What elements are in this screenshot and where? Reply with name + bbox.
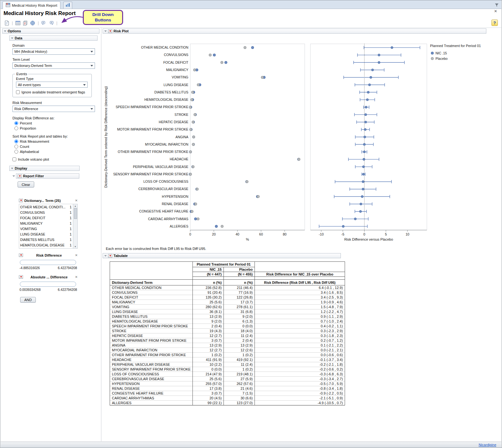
filter-term-item[interactable]: OTHER MEDICAL CONDITI...1 <box>19 204 73 210</box>
options-header[interactable]: Options <box>2 28 99 34</box>
radio-percent-input[interactable] <box>14 121 18 125</box>
radio-percent[interactable]: Percent <box>14 121 100 125</box>
risk-diff-point[interactable] <box>363 151 365 153</box>
placebo-point[interactable] <box>246 180 248 183</box>
volcano-checkbox[interactable] <box>12 157 16 161</box>
filter-funnel-icon[interactable] <box>495 3 499 8</box>
filter-term-item[interactable]: DIABETES MELLITUS1 <box>19 237 73 242</box>
comment-icon[interactable] <box>41 20 47 26</box>
risk-diff-point[interactable] <box>362 166 365 168</box>
globe-icon[interactable] <box>29 20 36 26</box>
placebo-point[interactable] <box>191 99 193 101</box>
risk-diff-point[interactable] <box>391 46 393 49</box>
risk-diff-point[interactable] <box>367 91 369 93</box>
scroll-down-icon[interactable]: ▼ <box>74 245 76 248</box>
radio-alphabetical[interactable]: Alphabetical <box>14 150 100 154</box>
risk-diff-point[interactable] <box>364 136 366 138</box>
filter-term-item[interactable]: LUNG DISEASE1 <box>19 231 73 237</box>
placebo-point[interactable] <box>192 136 195 138</box>
comment-reply-icon[interactable] <box>48 20 54 26</box>
red-triangle-icon[interactable] <box>19 199 23 202</box>
risk-diff-point[interactable] <box>359 210 362 212</box>
filter-term-item[interactable]: HEMATOLOGICAL DISEASE1 <box>19 242 73 248</box>
risk-difference-range-slider[interactable] <box>20 260 76 265</box>
filter-term-item[interactable]: CONVULSIONS1 <box>19 210 73 215</box>
red-triangle-icon[interactable] <box>108 254 112 258</box>
placebo-point[interactable] <box>197 218 199 220</box>
nic-point[interactable] <box>194 218 197 220</box>
risk-diff-point[interactable] <box>368 84 371 86</box>
nicardipine-link[interactable]: Nicardipine <box>479 443 496 447</box>
collapse-triangle-icon[interactable] <box>104 255 107 257</box>
nic-point[interactable] <box>251 46 254 49</box>
placebo-point[interactable] <box>192 121 194 123</box>
placebo-point[interactable] <box>221 61 223 64</box>
radio-proportion-input[interactable] <box>14 126 18 130</box>
placebo-point[interactable] <box>191 210 193 213</box>
placebo-point[interactable] <box>298 158 300 161</box>
duplicate-report-icon[interactable] <box>22 20 28 26</box>
placebo-point[interactable] <box>191 91 194 93</box>
risk-diff-point[interactable] <box>372 69 374 71</box>
term-filter-scrollbar[interactable]: ▲ ▼ <box>73 204 77 248</box>
radio-risk-measurement[interactable]: Risk Measurement <box>14 140 100 143</box>
placebo-point[interactable] <box>196 188 199 190</box>
red-triangle-icon[interactable] <box>19 253 23 257</box>
red-triangle-icon[interactable] <box>108 29 112 33</box>
placebo-point[interactable] <box>193 68 196 71</box>
placebo-point[interactable] <box>257 195 260 198</box>
data-header[interactable]: Data <box>9 36 98 41</box>
close-icon[interactable]: ✕ <box>75 275 78 279</box>
help-button[interactable]: ? <box>491 20 498 26</box>
placebo-point[interactable] <box>194 113 196 116</box>
risk-diff-point[interactable] <box>366 99 368 101</box>
placebo-point[interactable] <box>261 76 264 79</box>
volcano-row[interactable]: Include volcano plot <box>12 157 100 161</box>
placebo-point[interactable] <box>244 46 246 49</box>
tabulate-header[interactable]: Tabulate <box>103 253 341 258</box>
absolute-difference-filter-header[interactable]: Absolute ... Difference ✕ <box>19 274 78 280</box>
risk-diff-point[interactable] <box>342 225 344 228</box>
placebo-point[interactable] <box>197 84 200 86</box>
radio-proportion[interactable]: Proportion <box>14 126 100 130</box>
nic-point[interactable] <box>224 61 227 64</box>
risk-diff-point[interactable] <box>362 180 364 183</box>
red-triangle-icon[interactable] <box>19 275 23 279</box>
risk-diff-point[interactable] <box>362 188 364 190</box>
placebo-point[interactable] <box>189 106 192 108</box>
radio-alphabetical-input[interactable] <box>14 150 18 154</box>
collapse-triangle-icon[interactable] <box>11 37 13 39</box>
risk-diff-point[interactable] <box>370 76 372 78</box>
collapse-triangle-icon[interactable] <box>12 175 15 177</box>
domain-select[interactable]: MH (Medical History) <box>12 48 95 55</box>
report-filter-header[interactable]: Report Filter <box>16 173 79 179</box>
close-icon[interactable]: ✕ <box>75 253 78 257</box>
nic-point[interactable] <box>215 225 218 228</box>
panel-divider[interactable] <box>101 28 101 441</box>
risk-diff-point[interactable] <box>365 106 367 108</box>
placebo-point[interactable] <box>194 203 197 205</box>
ignore-flags-checkbox[interactable] <box>16 90 20 94</box>
risk-measurement-select[interactable]: Risk Difference <box>12 106 95 112</box>
placebo-point[interactable] <box>192 165 194 168</box>
scrollbar-thumb[interactable] <box>74 208 77 219</box>
and-button[interactable]: AND <box>20 297 36 303</box>
radio-risk-measurement-input[interactable] <box>14 140 18 143</box>
placebo-point[interactable] <box>189 151 192 153</box>
risk-diff-point[interactable] <box>364 128 366 131</box>
placebo-point[interactable] <box>189 173 192 175</box>
placebo-point[interactable] <box>209 54 211 56</box>
term-level-select[interactable]: Dictionary-Derived Term <box>12 62 95 69</box>
radio-count[interactable]: Count <box>14 145 100 148</box>
collapse-triangle-icon[interactable] <box>11 168 13 169</box>
filter-term-item[interactable]: VOMITING1 <box>19 226 73 231</box>
risk-plot-header[interactable]: Risk Plot <box>103 28 486 34</box>
risk-diff-point[interactable] <box>378 61 380 64</box>
risk-diff-point[interactable] <box>362 173 365 175</box>
collapse-triangle-icon[interactable] <box>104 30 107 32</box>
risk-diff-point[interactable] <box>365 114 367 116</box>
report-icon[interactable] <box>4 20 10 26</box>
risk-diff-point[interactable] <box>365 121 367 123</box>
collapse-triangle-icon[interactable] <box>4 30 6 32</box>
term-filter-header[interactable]: Dictionary... Term (25) ✕ <box>19 198 78 203</box>
